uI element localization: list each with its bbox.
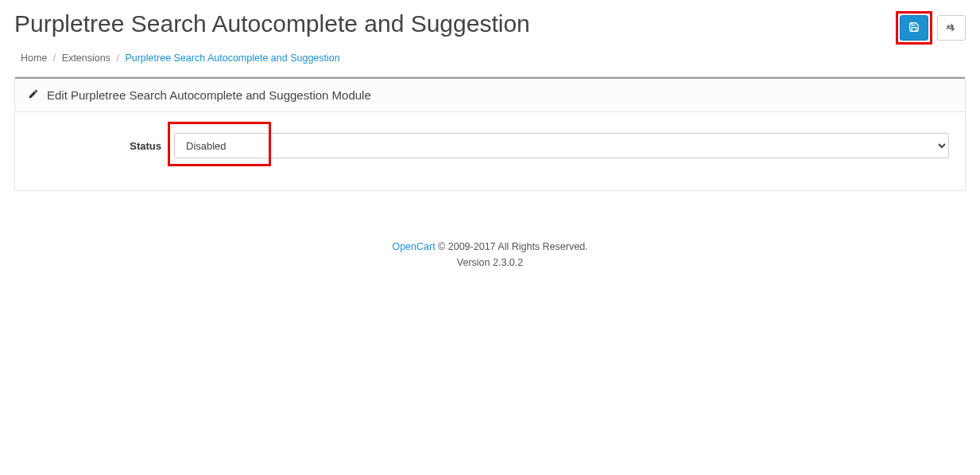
page-title: Purpletree Search Autocomplete and Sugge… xyxy=(14,10,530,38)
footer-version: Version 2.3.0.2 xyxy=(14,255,966,271)
save-icon xyxy=(908,21,920,35)
breadcrumb-separator: / xyxy=(116,53,118,64)
cancel-button[interactable] xyxy=(937,15,966,41)
header-action-buttons xyxy=(896,10,966,45)
footer-copyright: © 2009-2017 All Rights Reserved. xyxy=(436,241,588,252)
status-select[interactable]: Disabled xyxy=(174,133,949,158)
breadcrumb-separator: / xyxy=(53,53,56,64)
breadcrumb-home[interactable]: Home xyxy=(21,53,47,64)
edit-panel: Edit Purpletree Search Autocomplete and … xyxy=(14,76,966,191)
panel-body: Status Disabled xyxy=(15,112,965,190)
save-button[interactable] xyxy=(900,15,928,41)
panel-heading: Edit Purpletree Search Autocomplete and … xyxy=(15,77,965,112)
breadcrumb: Home / Extensions / Purpletree Search Au… xyxy=(14,45,966,76)
status-row: Status Disabled xyxy=(31,133,949,158)
footer-brand-link[interactable]: OpenCart xyxy=(392,241,435,252)
footer: OpenCart © 2009-2017 All Rights Reserved… xyxy=(14,191,966,286)
breadcrumb-current[interactable]: Purpletree Search Autocomplete and Sugge… xyxy=(125,53,339,64)
save-button-highlight xyxy=(896,11,932,45)
back-arrow-icon xyxy=(946,21,957,35)
status-label: Status xyxy=(31,140,174,152)
breadcrumb-extensions[interactable]: Extensions xyxy=(62,53,110,64)
panel-heading-text: Edit Purpletree Search Autocomplete and … xyxy=(47,88,371,102)
page-header: Purpletree Search Autocomplete and Sugge… xyxy=(14,0,966,45)
pencil-icon xyxy=(28,88,39,102)
